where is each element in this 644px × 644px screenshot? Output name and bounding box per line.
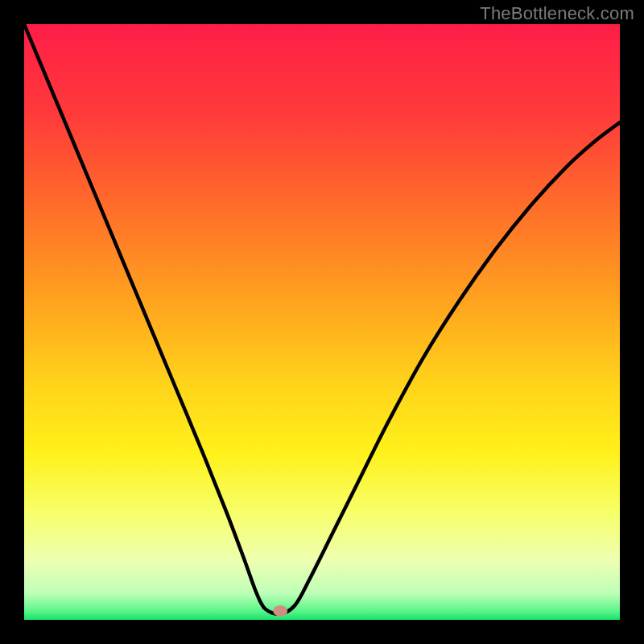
chart-svg [0, 0, 644, 644]
optimal-point-marker [273, 605, 287, 617]
chart-container: TheBottleneck.com [0, 0, 644, 644]
plot-area [24, 24, 620, 620]
watermark-text: TheBottleneck.com [480, 3, 634, 24]
